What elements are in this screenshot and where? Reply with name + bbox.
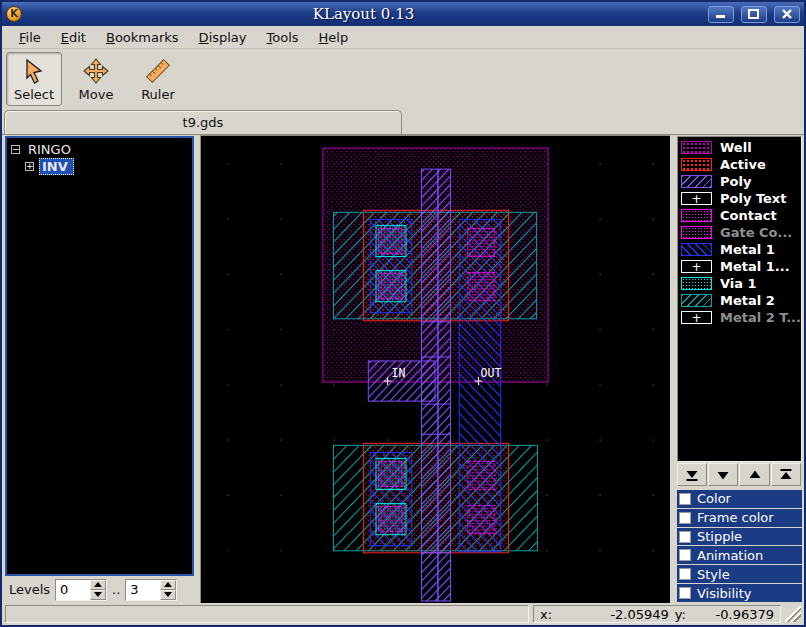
layer-swatch-icon[interactable]	[681, 277, 712, 290]
close-button[interactable]	[774, 6, 800, 23]
titlebar[interactable]: K KLayout 0.13	[2, 2, 804, 26]
layer-name: Poly	[720, 174, 751, 189]
menu-file[interactable]: File	[10, 27, 50, 48]
layout-shape-metal1[interactable]	[459, 219, 501, 551]
move-layer-to-bottom-button[interactable]	[677, 463, 707, 486]
ruler-tool-button[interactable]: Ruler	[130, 52, 186, 106]
layer-swatch-icon[interactable]	[681, 141, 712, 154]
layer-swatch-icon[interactable]: +	[681, 192, 712, 205]
arrow-up-icon	[748, 468, 762, 482]
levels-from-up-button[interactable]	[90, 580, 106, 590]
layout-drawing[interactable]: INOUT	[201, 136, 670, 603]
layout-shape-contact[interactable]	[468, 506, 495, 534]
layer-swatch-icon[interactable]	[681, 209, 712, 222]
main-area: −RINGO+INV Levels 0 .. 3	[2, 135, 804, 603]
levels-from-value[interactable]: 0	[56, 580, 90, 600]
move-layer-to-top-button[interactable]	[771, 463, 801, 486]
layer-item[interactable]: Metal 1	[678, 241, 801, 258]
layer-prop-stipple[interactable]: Stipple	[677, 528, 802, 546]
collapse-icon[interactable]: −	[11, 145, 20, 154]
layout-canvas[interactable]: INOUT	[200, 135, 670, 603]
layer-name: Gate Co...	[720, 225, 792, 240]
levels-to-down-button[interactable]	[160, 590, 176, 600]
layer-item[interactable]: Gate Co...	[678, 224, 801, 241]
window-title: KLayout 0.13	[26, 5, 701, 23]
cell-tree-item-inv[interactable]: +INV	[7, 158, 192, 175]
prop-checkbox[interactable]	[679, 512, 691, 524]
layer-item[interactable]: Via 1	[678, 275, 801, 292]
layer-item[interactable]: +Metal 2 T...	[678, 309, 801, 326]
layer-name: Metal 1	[720, 242, 775, 257]
select-tool-label: Select	[14, 87, 54, 102]
layer-swatch-icon[interactable]: +	[681, 311, 712, 324]
levels-to-up-button[interactable]	[160, 580, 176, 590]
layout-shape-contact[interactable]	[379, 507, 403, 532]
layer-prop-animation[interactable]: Animation	[677, 546, 802, 564]
layer-prop-style[interactable]: Style	[677, 565, 802, 583]
menu-tools[interactable]: Tools	[258, 27, 308, 48]
prop-checkbox[interactable]	[679, 587, 691, 599]
prop-checkbox[interactable]	[679, 531, 691, 543]
menu-display[interactable]: Display	[190, 27, 256, 48]
prop-label: Visibility	[697, 586, 751, 601]
spin-down-icon	[164, 592, 172, 597]
layout-shape-contact[interactable]	[468, 461, 495, 489]
layout-shape-contact[interactable]	[379, 228, 403, 253]
layer-swatch-icon[interactable]	[681, 294, 712, 307]
menu-edit[interactable]: Edit	[52, 27, 95, 48]
layout-shape-contact[interactable]	[468, 228, 495, 256]
layout-shape-contact[interactable]	[379, 461, 403, 486]
cell-name: RINGO	[25, 142, 74, 157]
layout-shape-contact[interactable]	[379, 274, 403, 299]
layout-shape-contact[interactable]	[468, 273, 495, 301]
layer-item[interactable]: +Poly Text	[678, 190, 801, 207]
resize-grip[interactable]	[785, 606, 801, 622]
select-cursor-icon	[20, 57, 48, 85]
layer-name: Active	[720, 157, 766, 172]
levels-separator: ..	[112, 582, 120, 597]
layout-shape-poly[interactable]	[438, 169, 451, 601]
prop-checkbox[interactable]	[679, 493, 691, 505]
move-layer-up-button[interactable]	[739, 463, 769, 486]
prop-label: Animation	[697, 548, 763, 563]
levels-to-spinbox[interactable]: 3	[125, 579, 177, 601]
layer-swatch-icon[interactable]	[681, 243, 712, 256]
cell-tree-item-ringo[interactable]: −RINGO	[7, 141, 192, 158]
prop-checkbox[interactable]	[679, 549, 691, 561]
layer-item[interactable]: +Metal 1...	[678, 258, 801, 275]
layer-prop-frame-color[interactable]: Frame color	[677, 509, 802, 527]
levels-from-spinbox[interactable]: 0	[55, 579, 107, 601]
layer-item[interactable]: Poly	[678, 173, 801, 190]
pin-label-out[interactable]: OUT	[480, 366, 501, 380]
layer-prop-color[interactable]: Color	[677, 490, 802, 508]
ruler-icon	[144, 57, 172, 85]
menu-bookmarks[interactable]: Bookmarks	[97, 27, 188, 48]
levels-from-down-button[interactable]	[90, 590, 106, 600]
prop-label: Color	[697, 491, 731, 506]
layer-swatch-icon[interactable]	[681, 175, 712, 188]
toolbar: Select Move Ruler	[2, 49, 804, 109]
tab-t9gds[interactable]: t9.gds	[4, 110, 402, 134]
layer-swatch-icon[interactable]	[681, 158, 712, 171]
layer-swatch-icon[interactable]	[681, 226, 712, 239]
pin-label-in[interactable]: IN	[391, 366, 405, 380]
prop-checkbox[interactable]	[679, 568, 691, 580]
menu-help[interactable]: Help	[310, 27, 358, 48]
menubar: FileEditBookmarksDisplayToolsHelp	[2, 26, 804, 49]
layer-item[interactable]: Metal 2	[678, 292, 801, 309]
layer-prop-visibility[interactable]: Visibility	[677, 584, 802, 602]
coordinate-panel: x: -2.05949 y: -0.96379	[533, 605, 781, 623]
layer-swatch-icon[interactable]: +	[681, 260, 712, 273]
maximize-icon	[748, 9, 760, 19]
maximize-button[interactable]	[741, 6, 767, 23]
layer-item[interactable]: Well	[678, 139, 801, 156]
layer-item[interactable]: Contact	[678, 207, 801, 224]
move-layer-down-button[interactable]	[708, 463, 738, 486]
cell-tree: −RINGO+INV	[5, 136, 194, 576]
layer-item[interactable]: Active	[678, 156, 801, 173]
move-tool-button[interactable]: Move	[68, 52, 124, 106]
minimize-button[interactable]	[708, 6, 734, 23]
expand-icon[interactable]: +	[25, 162, 34, 171]
select-tool-button[interactable]: Select	[6, 52, 62, 106]
levels-to-value[interactable]: 3	[126, 580, 160, 600]
